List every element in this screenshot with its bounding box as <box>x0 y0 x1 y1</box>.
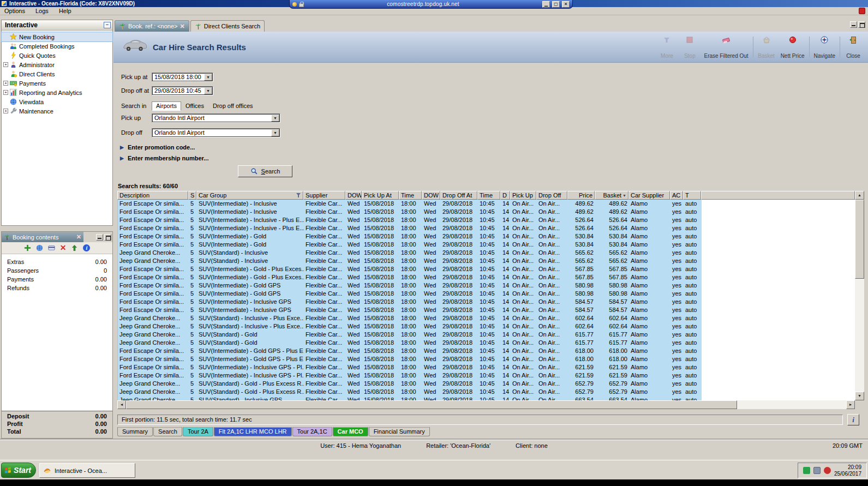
close-button[interactable]: Close <box>842 34 865 60</box>
stop-button[interactable]: Stop <box>678 34 701 60</box>
sidebar-item-maintenance[interactable]: + Maintenance <box>2 106 112 116</box>
menu-help[interactable]: Help <box>55 7 76 15</box>
table-row[interactable]: Ford Escape Or simila... 5 SUV(Intermedi… <box>118 281 702 290</box>
info-icon[interactable]: i <box>83 244 90 251</box>
sidebar-item-new-booking[interactable]: New Booking <box>2 32 112 41</box>
table-row[interactable]: Jeep Grand Cheroke... 5 SUV(Standard) - … <box>118 249 702 257</box>
expand-toggle[interactable]: + <box>3 90 8 95</box>
navigate-button[interactable]: Navigate <box>811 34 838 60</box>
filter-icon[interactable] <box>296 193 301 198</box>
dropdown-arrow-icon[interactable]: ▼ <box>271 129 279 136</box>
panel-maximize-button[interactable] <box>104 234 111 241</box>
expand-toggle[interactable]: + <box>3 109 8 113</box>
table-row[interactable]: Ford Escape Or simila... 5 SUV(Intermedi… <box>118 265 702 273</box>
column-header[interactable]: Price <box>567 191 595 200</box>
scroll-right-button[interactable]: ► <box>846 400 855 409</box>
table-row[interactable]: Ford Escape Or simila... 5 SUV(Intermedi… <box>118 355 702 363</box>
column-header[interactable]: Time <box>399 191 422 200</box>
globe-icon[interactable] <box>36 244 43 251</box>
booking-row-passengers[interactable]: Passengers 0 <box>2 266 112 275</box>
payment-card-icon[interactable] <box>48 244 55 251</box>
sidebar-item-completed-bookings[interactable]: Completed Bookings <box>2 41 112 51</box>
collapse-panel-button[interactable]: − <box>104 22 111 28</box>
horizontal-scrollbar[interactable]: ◄ ► <box>117 400 855 409</box>
expand-toggle[interactable]: + <box>3 62 8 67</box>
column-header[interactable]: Supplier <box>303 191 345 200</box>
scrollbar-thumb[interactable] <box>126 400 737 409</box>
scroll-up-button[interactable]: ▲ <box>855 191 864 200</box>
tab-summary[interactable]: Summary <box>117 427 153 436</box>
column-header[interactable]: DOW <box>422 191 440 200</box>
table-row[interactable]: Ford Escape Or simila... 5 SUV(Intermedi… <box>118 298 702 306</box>
rdp-close-button[interactable]: ✕ <box>562 1 570 8</box>
tab-direct-clients-search[interactable]: Direct Clients Search <box>190 20 265 32</box>
column-header[interactable]: D <box>500 191 510 200</box>
table-row[interactable]: Jeep Grand Cheroke... 5 SUV(Standard) - … <box>118 396 702 400</box>
dropdown-arrow-icon[interactable]: ▼ <box>204 87 212 94</box>
search-button[interactable]: Search <box>238 165 292 177</box>
table-row[interactable]: Ford Escape Or simila... 5 SUV(Intermedi… <box>118 273 702 281</box>
dropdown-arrow-icon[interactable]: ▼ <box>204 74 212 81</box>
start-button[interactable]: Start <box>1 463 36 478</box>
tab-flt-2a1c[interactable]: Flt 2A,1C LHR MCO LHR <box>214 427 292 436</box>
column-header[interactable]: Drop Off At <box>440 191 477 200</box>
column-header[interactable]: Car Group <box>196 191 303 200</box>
table-row[interactable]: Ford Escape Or simila... 5 SUV(Intermedi… <box>118 347 702 355</box>
pickup-at-field[interactable]: 15/08/2018 18:00 ▼ <box>152 73 213 82</box>
info-button[interactable]: i <box>847 414 859 425</box>
rdp-minimize-button[interactable]: ▁ <box>542 1 550 8</box>
tab-financial-summary[interactable]: Financial Summary <box>369 427 430 436</box>
table-row[interactable]: Jeep Grand Cheroke... 5 SUV(Standard) - … <box>118 257 702 265</box>
expand-toggle[interactable]: + <box>3 81 8 86</box>
scroll-left-button[interactable]: ◄ <box>117 400 126 409</box>
rdp-restore-button[interactable]: ▢ <box>552 1 560 8</box>
column-header[interactable]: Pick Up At <box>362 191 399 200</box>
table-row[interactable]: Jeep Grand Cheroke... 5 SUV(Standard) - … <box>118 388 702 396</box>
pin-icon[interactable] <box>292 2 297 7</box>
column-header[interactable]: DOW <box>345 191 362 200</box>
taskbar-clock[interactable]: 20:09 25/06/2017 <box>834 464 861 477</box>
column-header[interactable]: T <box>683 191 701 200</box>
tray-display-icon[interactable] <box>813 467 821 474</box>
menu-options[interactable]: Options <box>0 7 29 15</box>
booking-row-extras[interactable]: Extras 0.00 <box>2 257 112 266</box>
nett-price-button[interactable]: Nett Price <box>778 34 807 60</box>
mdi-restore-button[interactable] <box>858 21 865 28</box>
sidebar-item-viewdata[interactable]: Viewdata <box>2 97 112 106</box>
column-header[interactable]: Pick Up <box>510 191 536 200</box>
booking-row-refunds[interactable]: Refunds 0.00 <box>2 284 112 292</box>
promotion-code-expander[interactable]: ▶ Enter promotion code... <box>120 144 195 151</box>
more-button[interactable]: More <box>655 34 678 60</box>
table-row[interactable]: Ford Escape Or simila... 5 SUV(Intermedi… <box>118 363 702 371</box>
column-header[interactable]: AC <box>670 191 683 200</box>
column-header[interactable]: Description <box>117 191 188 200</box>
table-row[interactable]: Ford Escape Or simila... 5 SUV(Intermedi… <box>118 200 702 208</box>
sidebar-item-quick-quotes[interactable]: Quick Quotes <box>2 51 112 60</box>
column-header[interactable]: Drop Off <box>536 191 567 200</box>
tab-tour-2a1c[interactable]: Tour 2A,1C <box>292 427 332 436</box>
basket-button[interactable]: Basket <box>755 34 778 60</box>
tab-car-mco[interactable]: Car MCO <box>333 427 368 436</box>
booking-row-payments[interactable]: Payments 0.00 <box>2 275 112 284</box>
booking-contents-tab[interactable]: Booking contents ✕ <box>2 232 83 242</box>
dropoff-field[interactable]: Orlando Intl Airport ▼ <box>152 128 280 137</box>
scrollbar-thumb[interactable] <box>855 200 864 279</box>
table-row[interactable]: Ford Escape Or simila... 5 SUV(Intermedi… <box>118 216 702 224</box>
tab-dropoff-offices[interactable]: Drop off offices <box>208 101 258 111</box>
add-icon[interactable] <box>24 244 31 251</box>
tab-airports[interactable]: Airports <box>152 101 181 111</box>
menu-logs[interactable]: Logs <box>31 7 53 15</box>
erase-filtered-button[interactable]: Erase Filtered Out <box>701 34 751 60</box>
table-row[interactable]: Ford Escape Or simila... 5 SUV(Intermedi… <box>118 224 702 232</box>
tray-network-icon[interactable] <box>803 467 810 474</box>
sidebar-item-direct-clients[interactable]: Direct Clients <box>2 69 112 79</box>
sidebar-item-payments[interactable]: + Payments <box>2 79 112 88</box>
column-header[interactable]: Car Supplier <box>628 191 670 200</box>
table-row[interactable]: Jeep Grand Cheroke... 5 SUV(Standard) - … <box>118 322 702 331</box>
sidebar-item-administrator[interactable]: + Administrator <box>2 60 112 69</box>
column-header[interactable]: Time <box>477 191 500 200</box>
tab-offices[interactable]: Offices <box>181 101 208 111</box>
export-icon[interactable] <box>71 244 78 251</box>
table-row[interactable]: Jeep Grand Cheroke... 5 SUV(Standard) - … <box>118 314 702 322</box>
delete-icon[interactable]: ✕ <box>60 244 67 251</box>
